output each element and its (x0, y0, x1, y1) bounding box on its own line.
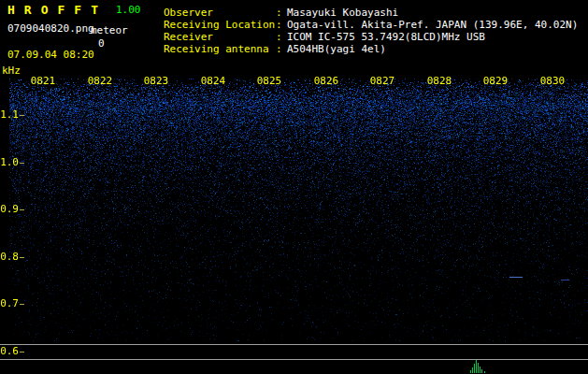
info-value: Masayuki Kobayashi (287, 7, 398, 19)
upper-separator-line (0, 344, 588, 345)
info-row: Receiving Location:Ogata-vill. Akita-Pre… (164, 19, 578, 31)
time-tick-label: 0821 (31, 75, 56, 87)
freq-tick-mark (20, 209, 24, 210)
observer-info-block: Observer:Masayuki KobayashiReceiving Loc… (164, 7, 578, 55)
app-version: 1.00 (116, 4, 141, 16)
spectrogram-canvas (9, 79, 588, 341)
signal-spike (478, 363, 479, 373)
signal-spike (484, 371, 485, 373)
freq-tick-label: 0.8 (0, 251, 19, 263)
time-tick-label: 0827 (370, 75, 395, 87)
info-value: Ogata-vill. Akita-Pref. JAPAN (139.96E, … (287, 19, 578, 31)
freq-tick-label: 0.9 (0, 203, 19, 215)
freq-tick-label: 0.7 (0, 297, 19, 309)
info-label: Observer (164, 7, 276, 19)
time-tick-label: 0825 (257, 75, 282, 87)
time-tick-label: 0829 (483, 75, 509, 87)
signal-spike (474, 364, 475, 373)
freq-tick-mark (20, 115, 24, 116)
info-value: A504HB(yagi 4el) (287, 43, 386, 55)
info-row: Receiving antenna:A504HB(yagi 4el) (164, 43, 578, 55)
info-colon: : (276, 31, 287, 43)
info-colon: : (276, 43, 287, 55)
freq-tick-mark (20, 352, 24, 352)
info-row: Observer:Masayuki Kobayashi (164, 7, 578, 19)
freq-tick-mark (20, 304, 24, 305)
freq-tick-label: 0.6 (0, 345, 19, 357)
datetime: 07.09.04 08:20 (7, 49, 94, 61)
info-label: Receiving Location (164, 19, 276, 31)
signal-spike (476, 360, 477, 373)
time-tick-label: 0824 (201, 75, 226, 87)
info-row: Receiver:ICOM IC-575 53.7492(8LCD)MHz US… (164, 31, 578, 43)
hrofft-screen: HROFFT 1.00 0709040820.png meteor 0 07.0… (0, 0, 588, 374)
time-tick-label: 0828 (427, 75, 452, 87)
freq-tick-label: 1.0 (0, 156, 19, 168)
meteor-count: 0 (98, 37, 105, 50)
lower-separator-line (0, 359, 588, 360)
info-value: ICOM IC-575 53.7492(8LCD)MHz USB (287, 31, 485, 43)
info-label: Receiver (164, 31, 276, 43)
time-tick-label: 0826 (314, 75, 339, 87)
signal-spike (481, 369, 482, 373)
info-colon: : (276, 7, 287, 19)
freq-axis-unit: kHz (2, 65, 21, 77)
freq-tick-mark (20, 257, 24, 258)
freq-tick-label: 1.1 (0, 108, 19, 121)
signal-spike (480, 367, 480, 373)
time-tick-label: 0823 (144, 75, 169, 87)
time-tick-label: 0830 (540, 75, 566, 87)
signal-spike (470, 370, 471, 373)
mode-label: meteor (91, 24, 128, 36)
info-colon: : (276, 19, 287, 31)
filename: 0709040820.png (7, 22, 94, 35)
signal-spike (472, 367, 473, 373)
info-label: Receiving antenna (164, 43, 276, 55)
freq-tick-mark (20, 163, 24, 164)
app-title: HROFFT (7, 3, 108, 17)
time-tick-label: 0822 (88, 75, 113, 87)
